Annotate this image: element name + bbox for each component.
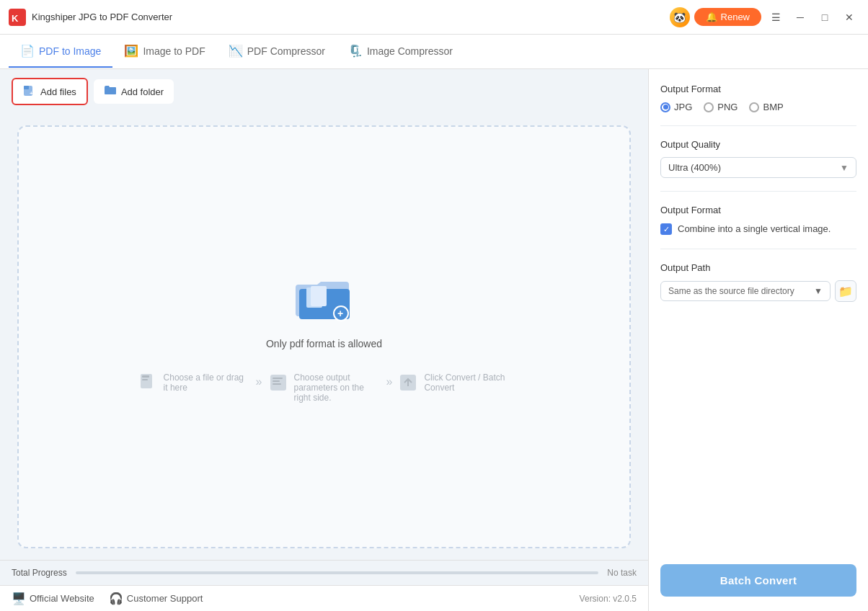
official-website-icon: 🖥️ — [12, 592, 26, 605]
format-png[interactable]: PNG — [704, 102, 738, 112]
output-path-label: Output Path — [660, 262, 856, 273]
output-path-select[interactable]: Same as the source file directory ▼ — [660, 281, 831, 301]
image-to-pdf-icon: 🖼️ — [124, 44, 138, 58]
format-png-label: PNG — [717, 102, 738, 112]
progress-label: Total Progress — [12, 568, 67, 578]
tab-image-to-pdf[interactable]: 🖼️ Image to PDF — [112, 35, 216, 68]
svg-rect-13 — [273, 378, 283, 379]
svg-text:+: + — [337, 308, 343, 319]
customer-support-icon: 🎧 — [109, 592, 123, 605]
toolbar: + Add files Add folder — [0, 69, 648, 114]
divider-2 — [660, 191, 856, 192]
browse-folder-icon: 📁 — [838, 285, 853, 298]
step-1-icon — [138, 373, 158, 397]
format-jpg[interactable]: JPG — [660, 102, 692, 112]
left-panel: + Add files Add folder — [0, 69, 648, 611]
add-folder-icon — [104, 84, 117, 99]
pdf-compressor-icon: 📉 — [229, 44, 243, 58]
svg-rect-10 — [142, 375, 149, 378]
step-2-text: Choose output parameters on the right si… — [294, 373, 381, 403]
customer-support-link[interactable]: 🎧 Customer Support — [109, 592, 203, 605]
renew-button[interactable]: 🔔 Renew — [694, 8, 761, 26]
svg-text:K: K — [12, 13, 19, 24]
output-path-section: Output Path Same as the source file dire… — [660, 262, 856, 302]
format-jpg-radio[interactable] — [660, 102, 670, 112]
maximize-button[interactable]: □ — [815, 7, 835, 27]
format-bmp-radio[interactable] — [749, 102, 759, 112]
add-folder-label: Add folder — [121, 86, 164, 97]
tab-image-compressor[interactable]: 🗜️ Image Compressor — [337, 35, 464, 68]
output-format-label: Output Format — [660, 84, 856, 94]
combine-checkbox[interactable]: ✓ — [660, 223, 672, 235]
progress-track — [76, 571, 599, 574]
add-folder-button[interactable]: Add folder — [94, 79, 174, 104]
step-3: Click Convert / Batch Convert — [398, 373, 510, 397]
drop-zone-folder-icon: + — [292, 272, 357, 326]
quality-select-arrow-icon: ▼ — [840, 163, 849, 173]
main-layout: + Add files Add folder — [0, 69, 868, 611]
divider-1 — [660, 125, 856, 126]
menu-button[interactable]: ☰ — [766, 7, 786, 27]
add-files-icon: + — [23, 84, 36, 99]
renew-label: Renew — [721, 12, 750, 22]
format-bmp-label: BMP — [763, 102, 783, 112]
customer-support-label: Customer Support — [127, 593, 203, 604]
divider-3 — [660, 249, 856, 249]
progress-status: No task — [607, 568, 637, 578]
output-path-row: Same as the source file directory ▼ 📁 — [660, 280, 856, 302]
output-quality-label: Output Quality — [660, 139, 856, 150]
output-format-radio-group: JPG PNG BMP — [660, 102, 856, 112]
svg-rect-3 — [24, 86, 29, 89]
format-png-radio[interactable] — [704, 102, 714, 112]
step-arrow-1: » — [250, 373, 268, 388]
browse-folder-button[interactable]: 📁 — [835, 280, 856, 302]
svg-rect-14 — [273, 380, 280, 382]
close-button[interactable]: ✕ — [839, 7, 859, 27]
step-2: Choose output parameters on the right si… — [268, 373, 381, 403]
official-website-label: Official Website — [30, 593, 94, 604]
title-bar-controls: 🐼 🔔 Renew ☰ ─ □ ✕ — [670, 7, 859, 27]
svg-rect-15 — [273, 383, 281, 385]
quality-select-value: Ultra (400%) — [668, 162, 721, 173]
drop-zone-main-text: Only pdf format is allowed — [266, 338, 382, 349]
tab-pdf-to-image[interactable]: 📄 PDF to Image — [9, 35, 112, 68]
combine-checkbox-row: ✓ Combine into a single vertical image. — [660, 223, 856, 236]
user-avatar[interactable]: 🐼 — [670, 7, 690, 27]
step-1-text: Choose a file or drag it here — [164, 373, 250, 393]
tab-image-compressor-label: Image Compressor — [367, 45, 453, 57]
format-jpg-label: JPG — [674, 102, 692, 112]
drop-zone[interactable]: + Only pdf format is allowed — [17, 125, 631, 548]
app-logo: K — [9, 9, 26, 26]
output-quality-section: Output Quality Ultra (400%) ▼ — [660, 139, 856, 178]
combine-section: Output Format ✓ Combine into a single ve… — [660, 205, 856, 236]
batch-convert-button[interactable]: Batch Convert — [660, 564, 856, 597]
tab-pdf-compressor-label: PDF Compressor — [247, 45, 325, 57]
output-path-arrow-icon: ▼ — [814, 286, 823, 296]
step-3-text: Click Convert / Batch Convert — [424, 373, 510, 393]
drop-zone-steps: Choose a file or drag it here » — [138, 373, 511, 403]
svg-rect-11 — [142, 379, 148, 380]
step-arrow-2: » — [381, 373, 399, 388]
version-text: Version: v2.0.5 — [580, 594, 637, 604]
add-files-label: Add files — [40, 86, 76, 97]
format-bmp[interactable]: BMP — [749, 102, 783, 112]
drop-zone-wrapper: + Only pdf format is allowed — [0, 114, 648, 560]
pdf-to-image-icon: 📄 — [20, 44, 35, 58]
svg-rect-12 — [270, 375, 286, 391]
step-3-icon — [398, 373, 418, 397]
add-files-button[interactable]: + Add files — [12, 78, 88, 105]
official-website-link[interactable]: 🖥️ Official Website — [12, 592, 94, 605]
tab-image-to-pdf-label: Image to PDF — [143, 45, 205, 57]
step-2-icon — [268, 373, 288, 397]
tab-pdf-compressor[interactable]: 📉 PDF Compressor — [217, 35, 337, 68]
right-panel: Output Format JPG PNG BMP Output Quality — [648, 69, 868, 611]
minimize-button[interactable]: ─ — [790, 7, 810, 27]
output-format-label-2: Output Format — [660, 205, 856, 215]
app-title: Kingshiper JPG to PDF Converter — [32, 12, 670, 22]
footer: 🖥️ Official Website 🎧 Customer Support V… — [0, 585, 648, 611]
step-1: Choose a file or drag it here — [138, 373, 250, 397]
progress-bar-section: Total Progress No task — [0, 560, 648, 585]
output-quality-select[interactable]: Ultra (400%) ▼ — [660, 157, 856, 178]
image-compressor-icon: 🗜️ — [348, 44, 363, 58]
renew-icon: 🔔 — [706, 12, 717, 22]
